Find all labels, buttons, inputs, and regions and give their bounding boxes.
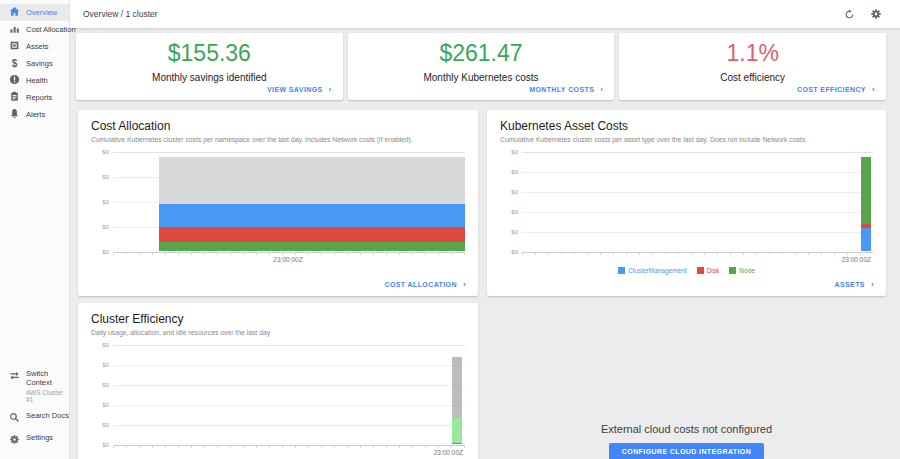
monthly-costs-label: Monthly Kubernetes costs — [423, 72, 538, 83]
sidebar-item-label: Savings — [26, 59, 53, 68]
cost-efficiency-link[interactable]: COST EFFICIENCY — [797, 85, 875, 94]
efficiency-label: Cost efficiency — [720, 72, 785, 83]
y-tick-label: $0 — [511, 149, 518, 155]
gridline — [113, 425, 465, 426]
gridline — [522, 172, 873, 173]
y-tick-label: $0 — [102, 402, 109, 408]
settings-button[interactable]: Settings — [0, 429, 69, 451]
cluster-efficiency-chart: $0$0$0$0$0$0 — [91, 345, 465, 445]
search-docs-button[interactable]: Search Docs — [0, 407, 69, 429]
sidebar-item-assets[interactable]: Assets — [0, 38, 69, 55]
panel-subtitle: Cumulative Kubernetes cluster costs per … — [500, 136, 873, 143]
main-content: $155.36 Monthly savings identified VIEW … — [70, 28, 900, 459]
charts-row-1: Cost Allocation Cumulative Kubernetes cl… — [78, 110, 886, 296]
y-axis: $0$0$0$0$0$0 — [91, 345, 113, 445]
monthly-costs-value: $261.47 — [439, 40, 522, 67]
legend-swatch — [618, 267, 625, 274]
top-bar: Overview / 1 cluster — [70, 0, 900, 28]
gridline — [113, 365, 465, 366]
y-tick-label: $0 — [102, 362, 109, 368]
chart-legend: ClusterManagementDiskNode — [500, 267, 873, 274]
legend-item[interactable]: ClusterManagement — [618, 267, 687, 274]
gridline — [522, 152, 873, 153]
gridline — [522, 192, 873, 193]
reports-icon — [9, 91, 20, 104]
series-segment — [861, 228, 871, 251]
configure-cloud-integration-button[interactable]: CONFIGURE CLOUD INTEGRATION — [609, 443, 764, 459]
y-tick-label: $0 — [102, 442, 109, 448]
gear-icon — [9, 433, 20, 447]
swap-arrows-icon — [9, 369, 20, 383]
assets-icon — [9, 40, 20, 53]
y-tick-label: $0 — [102, 342, 109, 348]
gridline — [522, 212, 873, 213]
series-segment — [159, 157, 465, 203]
bell-icon — [9, 108, 20, 121]
sidebar-item-reports[interactable]: Reports — [0, 89, 69, 106]
x-axis-label: 23:00:00Z — [500, 256, 873, 263]
external-cloud-message: External cloud costs not configured — [601, 423, 772, 435]
y-axis: $0$0$0$0$0$0 — [500, 152, 522, 252]
sidebar-item-overview[interactable]: Overview — [0, 4, 69, 21]
x-axis-label: 23:00:00Z — [91, 256, 465, 263]
sidebar-item-health[interactable]: Health — [0, 72, 69, 89]
assets-link[interactable]: ASSETS — [835, 280, 875, 289]
series-segment — [159, 242, 465, 251]
y-tick-label: $0 — [102, 249, 109, 255]
sidebar-item-savings[interactable]: $ Savings — [0, 55, 69, 72]
switch-context-label: Switch Context — [26, 369, 69, 387]
series-segment — [452, 357, 462, 418]
legend-label: ClusterManagement — [628, 267, 687, 274]
sidebar-footer: Switch Context AWS Cluster #1 Search Doc… — [0, 365, 69, 459]
gridline — [113, 405, 465, 406]
savings-label: Monthly savings identified — [152, 72, 267, 83]
panel-title: Cost Allocation — [91, 119, 465, 133]
efficiency-card: 1.1% Cost efficiency COST EFFICIENCY — [619, 33, 886, 100]
y-tick-label: $0 — [511, 209, 518, 215]
legend-swatch — [729, 267, 736, 274]
sidebar-item-label: Assets — [26, 42, 49, 51]
refresh-icon[interactable] — [844, 9, 855, 20]
y-tick-label: $0 — [511, 189, 518, 195]
gridline — [522, 232, 873, 233]
y-tick-label: $0 — [511, 249, 518, 255]
panel-title: Cluster Efficiency — [91, 312, 465, 326]
sidebar-item-label: Alerts — [26, 110, 45, 119]
sidebar-item-alerts[interactable]: Alerts — [0, 106, 69, 123]
y-axis: $0$0$0$0$0 — [91, 152, 113, 252]
legend-swatch — [697, 267, 704, 274]
stacked-bar[interactable] — [861, 152, 871, 251]
cost-allocation-panel: Cost Allocation Cumulative Kubernetes cl… — [78, 110, 478, 296]
series-segment — [159, 227, 465, 242]
home-icon — [9, 6, 20, 19]
gear-icon[interactable] — [870, 8, 882, 20]
y-tick-label: $0 — [102, 199, 109, 205]
bar-chart-icon — [9, 23, 20, 36]
cost-allocation-link[interactable]: COST ALLOCATION — [384, 280, 466, 289]
y-tick-label: $0 — [102, 149, 109, 155]
monthly-costs-link[interactable]: MONTHLY COSTS — [529, 85, 603, 94]
panel-title: Kubernetes Asset Costs — [500, 119, 873, 133]
y-tick-label: $0 — [511, 169, 518, 175]
stacked-area[interactable] — [159, 152, 465, 251]
switch-context-button[interactable]: Switch Context AWS Cluster #1 — [0, 365, 69, 408]
x-axis-label: 23:00:00Z — [91, 449, 465, 456]
cluster-efficiency-panel: Cluster Efficiency Daily usage, allocati… — [78, 303, 478, 459]
sidebar-item-cost-allocation[interactable]: Cost Allocation — [0, 21, 69, 38]
savings-value: $155.36 — [168, 40, 251, 67]
y-tick-label: $0 — [102, 224, 109, 230]
asset-costs-panel: Kubernetes Asset Costs Cumulative Kubern… — [487, 110, 886, 296]
gridline — [113, 252, 465, 253]
view-savings-link[interactable]: VIEW SAVINGS — [267, 85, 332, 94]
legend-item[interactable]: Node — [729, 267, 755, 274]
plot-area — [113, 152, 465, 252]
plot-area — [113, 345, 465, 445]
y-tick-label: $0 — [102, 382, 109, 388]
legend-label: Node — [739, 267, 755, 274]
legend-item[interactable]: Disk — [697, 267, 720, 274]
switch-context-text: Switch Context AWS Cluster #1 — [26, 369, 69, 404]
monthly-costs-card: $261.47 Monthly Kubernetes costs MONTHLY… — [348, 33, 615, 100]
stacked-bar[interactable] — [452, 345, 462, 444]
gridline — [522, 252, 873, 253]
series-segment — [861, 157, 871, 223]
